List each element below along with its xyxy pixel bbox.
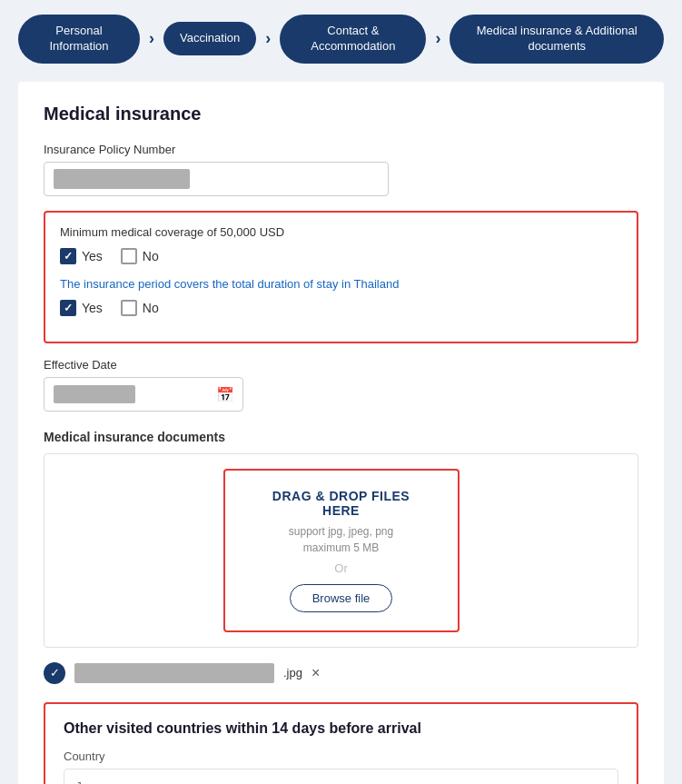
main-content: Medical insurance Insurance Policy Numbe… [18, 82, 664, 784]
section-title: Medical insurance [44, 104, 638, 124]
tab-personal[interactable]: Personal Information [18, 15, 140, 64]
nav-arrow-2: › [265, 29, 271, 48]
period-checkbox-row: ✓ Yes No [60, 300, 622, 316]
tab-medical[interactable]: Medical insurance & Additional documents [450, 15, 664, 64]
coverage-no-checkbox[interactable]: No [121, 248, 159, 264]
effective-date-field[interactable]: 📅 [44, 377, 243, 412]
tab-contact[interactable]: Contact & Accommodation [280, 15, 426, 64]
support-text: support jpg, jpeg, png [252, 525, 430, 538]
upload-section: DRAG & DROP FILES HERE support jpg, jpeg… [44, 453, 638, 648]
no2-checkbox-box[interactable] [121, 300, 137, 316]
effective-date-label: Effective Date [44, 358, 638, 372]
nav-arrow-1: › [149, 29, 154, 48]
policy-number-input[interactable] [44, 162, 389, 196]
country-label: Country [64, 749, 618, 763]
drag-drop-area[interactable]: DRAG & DROP FILES HERE support jpg, jpeg… [223, 469, 460, 632]
no1-checkbox-box[interactable] [121, 248, 137, 264]
yes1-checkbox-box[interactable]: ✓ [60, 248, 76, 264]
file-check-icon: ✓ [44, 662, 65, 684]
file-extension: .jpg [283, 666, 302, 680]
country-input[interactable] [64, 769, 618, 784]
coverage-checkbox-row: ✓ Yes No [60, 248, 622, 264]
nav-arrow-3: › [435, 29, 440, 48]
yes2-checkbox-box[interactable]: ✓ [60, 300, 76, 316]
coverage-text: Minimum medical coverage of 50,000 USD [60, 225, 622, 239]
uploaded-file-row: ✓ .jpg × [44, 662, 638, 684]
period-no-checkbox[interactable]: No [121, 300, 159, 316]
period-yes-checkbox[interactable]: ✓ Yes [60, 300, 103, 316]
nav-tabs: Personal Information › Vaccination › Con… [0, 0, 682, 82]
drag-drop-title: DRAG & DROP FILES HERE [252, 489, 430, 518]
coverage-yes-checkbox[interactable]: ✓ Yes [60, 248, 103, 264]
file-remove-button[interactable]: × [311, 665, 320, 681]
file-name-bar [74, 663, 274, 683]
browse-file-button[interactable]: Browse file [290, 584, 393, 612]
max-text: maximum 5 MB [252, 541, 430, 554]
period-text: The insurance period covers the total du… [60, 277, 622, 291]
documents-label: Medical insurance documents [44, 430, 638, 444]
or-divider: Or [252, 561, 430, 575]
countries-box: Other visited countries within 14 days b… [44, 702, 638, 784]
tab-vaccination[interactable]: Vaccination [163, 22, 256, 55]
policy-number-label: Insurance Policy Number [44, 143, 638, 156]
countries-title: Other visited countries within 14 days b… [64, 720, 618, 737]
validation-box: Minimum medical coverage of 50,000 USD ✓… [44, 211, 638, 343]
